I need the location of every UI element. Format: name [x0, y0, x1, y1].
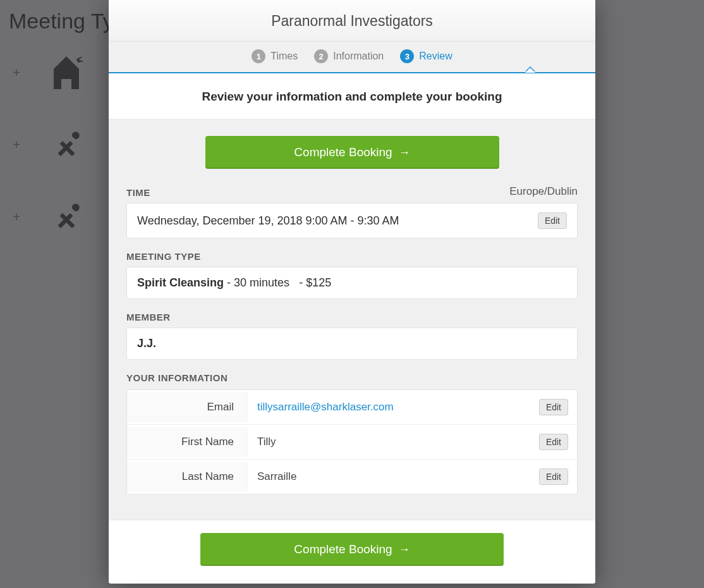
edit-firstname-button[interactable]: Edit: [539, 434, 568, 450]
complete-button-label: Complete Booking: [294, 145, 392, 159]
step-bar: 1 Times 2 Information 3 Review: [109, 42, 595, 73]
step-number: 3: [400, 49, 414, 63]
info-row-email: Email tillysarraille@sharklaser.com Edit: [127, 390, 577, 425]
meeting-type-value: Spirit Cleansing - 30 minutes - $125: [137, 276, 331, 290]
meeting-type-duration: 30 minutes: [234, 276, 289, 289]
step-number: 2: [314, 49, 328, 63]
step-review[interactable]: 3 Review: [400, 49, 452, 63]
time-box: Wednesday, December 19, 2018 9:00 AM - 9…: [126, 203, 578, 238]
info-value-firstname: Tilly: [247, 436, 539, 448]
arrow-right-icon: →: [399, 543, 410, 556]
arrow-right-icon: →: [399, 146, 410, 159]
info-label: Email: [127, 392, 247, 422]
step-label: Times: [270, 51, 298, 62]
member-value: J.J.: [137, 337, 156, 350]
time-value: Wednesday, December 19, 2018 9:00 AM - 9…: [137, 214, 399, 228]
booking-modal: Paranormal Investigators 1 Times 2 Infor…: [109, 0, 595, 584]
review-heading: Review your information and complete you…: [109, 73, 595, 119]
edit-email-button[interactable]: Edit: [539, 399, 568, 415]
step-indicator-arrow: [525, 68, 535, 73]
meeting-type-separator: -: [293, 276, 306, 289]
modal-footer: Complete Booking →: [109, 520, 595, 584]
timezone-label: Europe/Dublin: [509, 185, 578, 198]
meeting-type-name: Spirit Cleansing: [137, 276, 224, 289]
info-value-email[interactable]: tillysarraille@sharklaser.com: [247, 401, 539, 413]
info-row-firstname: First Name Tilly Edit: [127, 425, 577, 460]
member-box: J.J.: [126, 328, 578, 360]
meeting-type-box: Spirit Cleansing - 30 minutes - $125: [126, 267, 578, 299]
time-section-label: TIME: [126, 187, 150, 198]
step-times[interactable]: 1 Times: [252, 49, 298, 63]
member-section-label: MEMBER: [126, 312, 578, 322]
your-info-section-label: YOUR INFORMATION: [126, 372, 578, 383]
step-label: Review: [419, 51, 452, 62]
complete-booking-button-top[interactable]: Complete Booking →: [205, 136, 499, 169]
meeting-type-section-label: MEETING TYPE: [126, 251, 578, 262]
step-label: Information: [333, 51, 384, 62]
complete-button-label: Complete Booking: [294, 542, 392, 556]
edit-lastname-button[interactable]: Edit: [539, 469, 568, 485]
meeting-type-price: $125: [306, 276, 331, 289]
step-information[interactable]: 2 Information: [314, 49, 384, 63]
info-label: Last Name: [127, 462, 247, 492]
complete-booking-button-bottom[interactable]: Complete Booking →: [200, 533, 504, 566]
your-info-table: Email tillysarraille@sharklaser.com Edit…: [126, 389, 578, 494]
modal-title: Paranormal Investigators: [109, 0, 595, 42]
step-number: 1: [252, 49, 265, 63]
info-row-lastname: Last Name Sarraille Edit: [127, 460, 577, 494]
edit-time-button[interactable]: Edit: [538, 212, 567, 229]
info-value-lastname: Sarraille: [247, 470, 539, 483]
info-label: First Name: [127, 427, 247, 457]
meeting-type-separator: -: [227, 276, 234, 289]
review-body: Complete Booking → TIME Europe/Dublin We…: [109, 119, 595, 520]
